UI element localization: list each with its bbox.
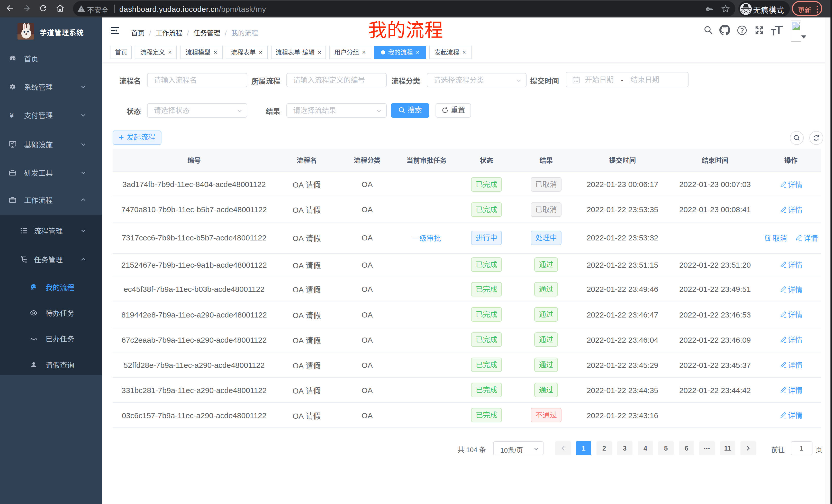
svg-text:¥: ¥	[9, 111, 14, 119]
